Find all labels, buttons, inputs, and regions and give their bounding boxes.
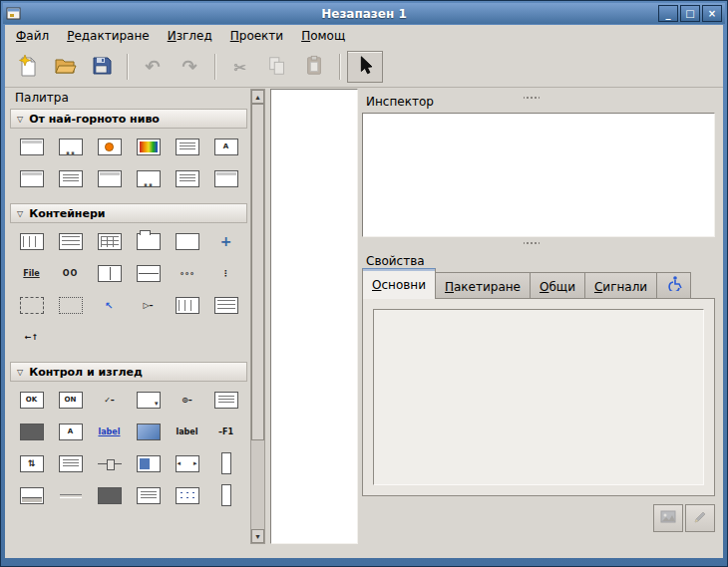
palette-item-hyperlink[interactable]: label (90, 417, 129, 446)
close-button[interactable]: × (702, 5, 722, 22)
palette-item-alignment[interactable]: ←↑ (12, 322, 51, 352)
palette-section-header[interactable]: ▽Контрол и изглед (10, 362, 247, 382)
palette-item-window-group[interactable] (206, 163, 245, 193)
menu-item-edit[interactable]: Редактиране (58, 26, 159, 46)
palette-section-header[interactable]: ▽Контейнери (10, 203, 247, 223)
palette-item-table[interactable] (90, 226, 129, 256)
palette-item-file-selection[interactable] (129, 163, 168, 193)
palette-item-list[interactable] (129, 480, 168, 510)
palette-item-icon-view[interactable] (168, 480, 206, 510)
option-menu-icon (214, 392, 238, 409)
toolbar-icon: OO (59, 265, 83, 282)
palette-item-vpaned[interactable] (129, 258, 168, 288)
palette-item-entry[interactable]: A (51, 417, 90, 446)
palette-item-label[interactable]: label (168, 417, 206, 446)
palette-item-check-button[interactable]: ✓– (90, 385, 129, 415)
maximize-button[interactable]: □ (680, 5, 700, 22)
palette-item-fixed[interactable] (206, 226, 245, 256)
palette-item-toolbar[interactable]: OO (51, 258, 90, 288)
palette-item-radio-button[interactable]: ⊙– (168, 385, 206, 415)
palette-item-hscrollbar[interactable] (168, 448, 206, 478)
new-button[interactable] (10, 51, 46, 83)
copy-button[interactable] (259, 51, 295, 83)
minimize-button[interactable]: _ (658, 5, 678, 22)
undo-button[interactable]: ↶ (135, 51, 171, 83)
palette-item-menubar[interactable]: File (12, 258, 51, 288)
palette-item-hscale[interactable] (90, 448, 129, 478)
cut-button[interactable]: ✂ (222, 51, 258, 83)
tab-packing[interactable]: Пакетиране (436, 272, 531, 298)
pointer-arrow-icon (354, 55, 376, 80)
palette-item-dialog[interactable] (51, 132, 90, 161)
scroll-down-icon[interactable]: ▼ (251, 529, 264, 543)
menu-item-help[interactable]: Помощ (292, 26, 354, 46)
palette-item-text-view[interactable] (51, 448, 90, 478)
palette-scrollbar[interactable]: ▲ ▼ (250, 89, 265, 544)
palette-item-hpaned[interactable] (90, 258, 129, 288)
palette-item-spin-button[interactable] (12, 448, 51, 478)
titlebar[interactable]: Незапазен 1 _□× (3, 3, 725, 24)
palette-item-about-dialog[interactable] (51, 163, 90, 193)
menu-item-file[interactable]: Файл (7, 26, 58, 46)
new-document-icon (16, 54, 40, 81)
palette-item-vbox[interactable] (51, 226, 90, 256)
palette-item-vscale[interactable] (206, 448, 245, 478)
properties-edit-button[interactable] (685, 504, 715, 532)
design-area[interactable] (270, 89, 358, 544)
tab-signals[interactable]: Сигнали (585, 272, 657, 298)
radio-button-icon: ⊙– (176, 392, 199, 409)
palette-item-color-selection[interactable] (168, 163, 206, 193)
paste-button[interactable] (296, 51, 332, 83)
palette-item-viewport[interactable] (12, 290, 51, 320)
palette-item-file-chooser-dialog[interactable] (168, 132, 206, 161)
palette-item-expander[interactable]: ▷– (129, 290, 168, 320)
scroll-up-icon[interactable]: ▲ (251, 90, 264, 104)
palette-item-vbuttonbox[interactable]: ⋮ (206, 258, 245, 288)
palette-item-option-menu[interactable] (206, 385, 245, 415)
palette-item-assistant[interactable] (90, 163, 129, 193)
menu-item-view[interactable]: Изглед (159, 26, 221, 46)
palette-item-color-selection-dialog[interactable] (129, 132, 168, 161)
palette-item-drawing-area[interactable] (90, 480, 129, 510)
pane-grip[interactable] (524, 95, 540, 101)
palette-item-vseparator[interactable] (206, 480, 245, 510)
palette-item-progress-bar[interactable] (129, 448, 168, 478)
tab-common[interactable]: Общи (531, 272, 585, 298)
palette-section-header[interactable]: ▽От най-горното ниво (10, 109, 247, 129)
palette-item-hseparator[interactable] (51, 480, 90, 510)
palette-item-message-dialog[interactable] (90, 132, 129, 161)
palette-item-hbox[interactable] (12, 226, 51, 256)
tab-general[interactable]: Основни (362, 268, 436, 299)
palette-item-combo-box[interactable] (129, 385, 168, 415)
palette-item-pixmap[interactable] (129, 417, 168, 446)
palette-item-scrolled-window[interactable] (51, 290, 90, 320)
selector-button[interactable] (347, 51, 383, 83)
palette-grid: A (10, 129, 247, 196)
open-button[interactable] (47, 51, 83, 83)
palette-item-frame[interactable] (168, 226, 206, 256)
inspector-view[interactable] (362, 113, 715, 237)
palette-item-input-dialog[interactable] (12, 163, 51, 193)
palette-item-vruler[interactable] (206, 290, 245, 320)
menu-item-projects[interactable]: Проекти (221, 26, 292, 46)
open-folder-icon (53, 54, 77, 81)
palette-item-hruler[interactable] (168, 290, 206, 320)
save-button[interactable] (84, 51, 120, 83)
tab-accessibility[interactable] (657, 272, 691, 298)
redo-arrow-icon: ↷ (182, 58, 196, 76)
palette-item-font-selection-dialog[interactable]: A (206, 132, 245, 161)
palette-item-accel-label[interactable]: –F1 (206, 417, 245, 446)
redo-button[interactable]: ↷ (172, 51, 207, 83)
pane-grip[interactable] (524, 240, 540, 246)
palette-item-button[interactable]: OK (12, 385, 51, 415)
vseparator-icon (221, 484, 231, 506)
palette-item-toggle-button[interactable]: ON (51, 385, 90, 415)
palette-item-image[interactable] (12, 417, 51, 446)
palette-item-statusbar[interactable] (12, 480, 51, 510)
palette-item-handle-box[interactable]: ↖ (90, 290, 129, 320)
scrollbar-thumb[interactable] (251, 104, 264, 440)
palette-item-hbuttonbox[interactable]: ∘∘∘ (168, 258, 206, 288)
properties-image-button[interactable] (653, 504, 683, 532)
palette-item-notebook[interactable] (129, 226, 168, 256)
palette-item-window[interactable] (12, 132, 51, 161)
